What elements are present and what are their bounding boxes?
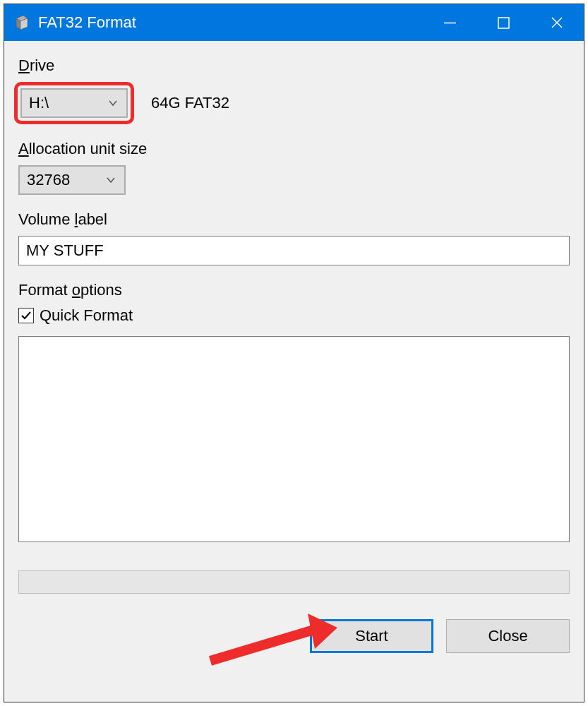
quick-format-checkbox[interactable] [18, 308, 34, 323]
quick-format-label: Quick Format [40, 306, 133, 325]
drive-highlight-annotation: H:\ [14, 82, 134, 124]
drive-dropdown-value: H:\ [29, 94, 107, 112]
progress-bar [18, 570, 570, 594]
start-button[interactable]: Start [310, 619, 433, 653]
app-icon [14, 15, 30, 30]
checkmark-icon [20, 309, 32, 322]
minimize-button[interactable] [423, 4, 476, 41]
chevron-down-icon [107, 97, 119, 109]
client-area: Drive H:\ 64G FAT32 Allocation unit size… [4, 41, 584, 667]
drive-dropdown[interactable]: H:\ [20, 88, 128, 118]
volume-label-label: Volume label [18, 210, 570, 229]
drive-info-text: 64G FAT32 [151, 94, 229, 112]
window-frame: FAT32 Format Drive H:\ [4, 4, 584, 702]
format-options-label: Format options [18, 281, 570, 299]
allocation-label: Allocation unit size [18, 140, 570, 158]
quick-format-checkbox-row[interactable]: Quick Format [18, 306, 570, 325]
allocation-dropdown-value: 32768 [27, 171, 104, 189]
titlebar-control-buttons [423, 4, 584, 41]
drive-label: Drive [18, 56, 570, 75]
titlebar[interactable]: FAT32 Format [4, 4, 584, 41]
maximize-button[interactable] [476, 4, 530, 41]
volume-label-input[interactable] [18, 236, 570, 265]
chevron-down-icon [104, 174, 117, 186]
svg-line-8 [210, 629, 316, 661]
close-button-footer[interactable]: Close [446, 619, 570, 653]
svg-rect-4 [498, 18, 509, 28]
allocation-dropdown[interactable]: 32768 [18, 165, 126, 195]
window-title: FAT32 Format [38, 13, 423, 32]
log-listbox[interactable] [18, 336, 570, 542]
close-button[interactable] [530, 4, 584, 41]
